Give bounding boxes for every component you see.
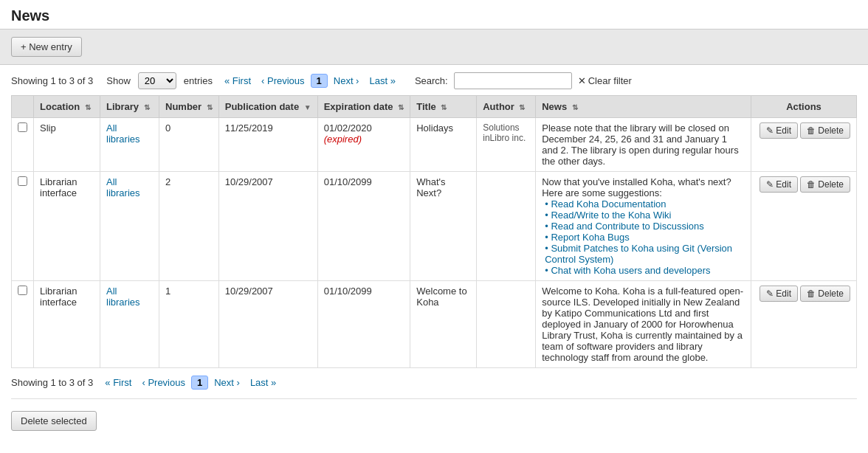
prev-page-btn-bottom[interactable]: ‹ Previous — [137, 376, 190, 390]
edit-button[interactable]: ✎ Edit — [760, 122, 798, 139]
row-checkbox[interactable] — [18, 122, 27, 132]
edit-button[interactable]: ✎ Edit — [760, 176, 798, 193]
new-entry-button[interactable]: + New entry — [11, 37, 82, 57]
delete-button[interactable]: 🗑 Delete — [800, 286, 850, 302]
current-page-btn-bottom[interactable]: 1 — [191, 376, 208, 390]
sort-arrows-number[interactable]: ⇅ — [207, 103, 213, 111]
cell-news: Welcome to Koha. Koha is a full-featured… — [536, 281, 751, 368]
cell-location: Librarian interface — [34, 281, 100, 368]
th-number: Number ⇅ — [159, 96, 219, 118]
row-checkbox[interactable] — [18, 176, 27, 186]
cell-news: Now that you've installed Koha, what's n… — [536, 172, 751, 281]
cell-location: Slip — [34, 118, 100, 172]
cell-publication-date: 10/29/2007 — [218, 281, 317, 368]
pagination-bottom: « First ‹ Previous 1 Next › Last » — [100, 376, 280, 390]
showing-text-top: Showing 1 to 3 of 3 — [11, 75, 93, 86]
th-checkbox — [12, 96, 34, 118]
pagination-top: « First ‹ Previous 1 Next › Last » — [220, 74, 400, 88]
th-author: Author ⇅ — [477, 96, 536, 118]
search-input[interactable] — [454, 72, 572, 89]
sort-arrows-pubdate[interactable]: ▼ — [304, 103, 311, 111]
cell-expiration-date: 01/10/2099 — [317, 172, 410, 281]
edit-icon: ✎ — [766, 288, 774, 299]
th-publication-date: Publication date ▼ — [218, 96, 317, 118]
cell-author: Solutions inLibro inc. — [477, 118, 536, 172]
edit-button[interactable]: ✎ Edit — [760, 286, 798, 302]
th-title: Title ⇅ — [410, 96, 477, 118]
clear-filter-button[interactable]: ✕ Clear filter — [578, 75, 632, 86]
current-page-btn-top[interactable]: 1 — [311, 74, 328, 88]
cell-expiration-date: 01/02/2020 (expired) — [317, 118, 410, 172]
first-page-btn-top[interactable]: « First — [220, 74, 255, 88]
news-list-link[interactable]: • Read and Contribute to Discussions — [545, 221, 704, 232]
cell-author — [477, 281, 536, 368]
news-list-link[interactable]: • Report Koha Bugs — [545, 232, 629, 243]
next-page-btn-top[interactable]: Next › — [329, 74, 364, 88]
cell-title: Welcome to Koha — [410, 281, 477, 368]
delete-icon: 🗑 — [807, 288, 816, 299]
last-page-btn-top[interactable]: Last » — [365, 74, 399, 88]
cell-number: 2 — [159, 172, 219, 281]
delete-button[interactable]: 🗑 Delete — [800, 122, 850, 139]
showing-text-bottom: Showing 1 to 3 of 3 — [11, 377, 93, 388]
cell-location: Librarian interface — [34, 172, 100, 281]
edit-icon: ✎ — [766, 179, 774, 190]
x-mark-icon: ✕ — [578, 75, 586, 86]
delete-icon: 🗑 — [807, 179, 816, 190]
page-title: News — [0, 0, 868, 29]
table-header-row: Location ⇅ Library ⇅ Number ⇅ Publicatio… — [12, 96, 857, 118]
next-page-btn-bottom[interactable]: Next › — [210, 376, 244, 390]
cell-actions: ✎ Edit🗑 Delete — [751, 118, 856, 172]
sort-arrows-news[interactable]: ⇅ — [572, 103, 578, 111]
search-label: Search: — [415, 75, 448, 86]
table-row: Librarian interfaceAll libraries210/29/2… — [12, 172, 857, 281]
news-list-link[interactable]: • Chat with Koha users and developers — [545, 265, 710, 276]
cell-number: 1 — [159, 281, 219, 368]
cell-actions: ✎ Edit🗑 Delete — [751, 281, 856, 368]
divider — [11, 398, 857, 399]
cell-publication-date: 11/25/2019 — [218, 118, 317, 172]
show-label: Show — [106, 75, 131, 86]
cell-number: 0 — [159, 118, 219, 172]
table-controls-bottom: Showing 1 to 3 of 3 « First ‹ Previous 1… — [11, 376, 857, 390]
cell-title: Holidays — [410, 118, 477, 172]
cell-news: Please note that the library will be clo… — [536, 118, 751, 172]
cell-author — [477, 172, 536, 281]
row-checkbox[interactable] — [18, 286, 27, 295]
news-table: Location ⇅ Library ⇅ Number ⇅ Publicatio… — [11, 95, 857, 368]
search-section: Search: ✕ Clear filter — [415, 72, 632, 89]
cell-library: All libraries — [100, 118, 159, 172]
entries-label: entries — [184, 75, 213, 86]
th-library: Library ⇅ — [100, 96, 159, 118]
sort-arrows-title[interactable]: ⇅ — [441, 103, 447, 111]
th-actions: Actions — [751, 96, 856, 118]
delete-selected-button[interactable]: Delete selected — [11, 411, 97, 431]
cell-actions: ✎ Edit🗑 Delete — [751, 172, 856, 281]
cell-library: All libraries — [100, 281, 159, 368]
first-page-btn-bottom[interactable]: « First — [100, 376, 136, 390]
table-controls-top: Showing 1 to 3 of 3 Show 10 20 50 100 en… — [11, 72, 857, 89]
sort-arrows-location[interactable]: ⇅ — [85, 103, 91, 111]
delete-button[interactable]: 🗑 Delete — [800, 176, 850, 193]
edit-icon: ✎ — [766, 125, 774, 136]
entries-per-page-select[interactable]: 10 20 50 100 — [138, 72, 176, 89]
delete-icon: 🗑 — [807, 125, 816, 136]
cell-expiration-date: 01/10/2099 — [317, 281, 410, 368]
sort-arrows-expdate[interactable]: ⇅ — [398, 103, 404, 111]
content-area: Showing 1 to 3 of 3 Show 10 20 50 100 en… — [0, 65, 868, 438]
th-news: News ⇅ — [536, 96, 751, 118]
news-list-link[interactable]: • Submit Patches to Koha using Git (Vers… — [545, 243, 732, 265]
table-row: SlipAll libraries011/25/201901/02/2020 (… — [12, 118, 857, 172]
last-page-btn-bottom[interactable]: Last » — [246, 376, 280, 390]
table-row: Librarian interfaceAll libraries110/29/2… — [12, 281, 857, 368]
news-list-link[interactable]: • Read/Write to the Koha Wiki — [545, 210, 671, 221]
th-expiration-date: Expiration date ⇅ — [317, 96, 410, 118]
toolbar: + New entry — [0, 29, 868, 65]
sort-arrows-author[interactable]: ⇅ — [519, 103, 525, 111]
th-location: Location ⇅ — [34, 96, 100, 118]
cell-library: All libraries — [100, 172, 159, 281]
sort-arrows-library[interactable]: ⇅ — [144, 103, 150, 111]
prev-page-btn-top[interactable]: ‹ Previous — [257, 74, 309, 88]
cell-publication-date: 10/29/2007 — [218, 172, 317, 281]
news-list-link[interactable]: • Read Koha Documentation — [545, 198, 666, 210]
